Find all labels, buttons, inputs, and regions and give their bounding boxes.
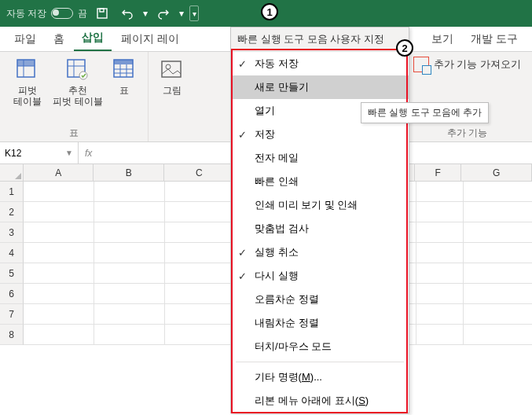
toggle-off-icon bbox=[51, 8, 73, 19]
row-header[interactable]: 5 bbox=[0, 263, 24, 284]
ribbon-group-tables-label: 표 bbox=[69, 127, 79, 140]
tab-insert[interactable]: 삽입 bbox=[74, 26, 112, 51]
callout-badge-1: 1 bbox=[261, 3, 278, 20]
ribbon-group-tables: 피벗 테이블 추천 피벗 테이블 표 표 bbox=[0, 52, 149, 141]
redo-dropdown[interactable]: ▾ bbox=[178, 8, 185, 19]
qat-menu-item-label: 내림차순 정렬 bbox=[255, 316, 319, 330]
undo-button[interactable] bbox=[117, 3, 138, 24]
qat-menu-item[interactable]: 전자 메일 bbox=[231, 146, 409, 170]
row-header[interactable]: 6 bbox=[0, 284, 24, 304]
col-header[interactable]: C bbox=[164, 164, 235, 181]
qat-menu-item-label: 자동 저장 bbox=[255, 57, 299, 71]
qat-menu-item-label: 새로 만들기 bbox=[255, 80, 309, 94]
picture-icon bbox=[159, 57, 185, 83]
tooltip: 빠른 실행 도구 모음에 추가 bbox=[361, 102, 489, 123]
row-header[interactable]: 2 bbox=[0, 202, 24, 222]
callout-badge-2: 2 bbox=[396, 39, 413, 57]
qat-menu-item-label: 인쇄 미리 보기 및 인쇄 bbox=[255, 198, 358, 212]
tab-view[interactable]: 보기 bbox=[424, 28, 461, 51]
qat-customize-menu: 빠른 실행 도구 모음 사용자 지정 ✓자동 저장새로 만들기열기✓저장전자 메… bbox=[230, 27, 409, 413]
qat-menu-item[interactable]: 터치/마우스 모드 bbox=[231, 335, 409, 358]
col-header[interactable]: A bbox=[24, 164, 94, 181]
qat-menu-item[interactable]: ✓저장 bbox=[231, 123, 409, 146]
addins-icon bbox=[413, 57, 429, 72]
col-header[interactable]: G bbox=[461, 164, 532, 181]
undo-dropdown[interactable]: ▾ bbox=[142, 8, 149, 19]
table-label: 표 bbox=[119, 85, 129, 96]
ribbon-group-addins: 추가 기능 가져오기 추가 기능 bbox=[402, 52, 532, 141]
redo-button[interactable] bbox=[153, 3, 174, 24]
col-header[interactable]: B bbox=[94, 164, 164, 181]
qat-menu-item-label: 실행 취소 bbox=[255, 245, 299, 259]
ribbon-group-illustrations: 그림 bbox=[149, 52, 196, 141]
qat-menu-item-label: 기타 명령(M)... bbox=[255, 370, 322, 384]
autosave-state: 끔 bbox=[78, 7, 87, 20]
qat-menu-item-label: 저장 bbox=[255, 127, 275, 141]
qat-menu-item[interactable]: ✓실행 취소 bbox=[231, 241, 409, 264]
tab-home[interactable]: 홈 bbox=[46, 28, 72, 51]
qat-menu-item-label: 오름차순 정렬 bbox=[255, 292, 319, 307]
recommended-pivot-label: 추천 피벗 테이블 bbox=[53, 85, 102, 108]
qat-menu-item[interactable]: 인쇄 미리 보기 및 인쇄 bbox=[231, 193, 409, 217]
qat-menu-item[interactable]: 빠른 인쇄 bbox=[231, 170, 409, 193]
check-icon: ✓ bbox=[238, 270, 247, 282]
qat-menu-item[interactable]: ✓다시 실행 bbox=[231, 264, 409, 288]
save-button[interactable] bbox=[92, 3, 112, 24]
get-addins-label: 추가 기능 가져오기 bbox=[434, 57, 521, 72]
select-all-corner[interactable] bbox=[0, 164, 24, 181]
ribbon-group-addins-label: 추가 기능 bbox=[447, 127, 487, 140]
row-header[interactable]: 8 bbox=[0, 325, 24, 345]
pivot-table-button[interactable]: 피벗 테이블 bbox=[8, 57, 47, 108]
fx-label[interactable]: fx bbox=[85, 148, 92, 159]
qat-menu-item[interactable]: 내림차순 정렬 bbox=[231, 311, 409, 335]
pivot-table-label: 피벗 테이블 bbox=[13, 85, 42, 108]
qat-menu-show-below-ribbon[interactable]: 리본 메뉴 아래에 표시(S) bbox=[231, 389, 409, 413]
svg-point-9 bbox=[79, 72, 87, 79]
autosave-toggle[interactable]: 자동 저장 끔 bbox=[6, 7, 87, 20]
menu-separator bbox=[236, 362, 404, 362]
tab-file[interactable]: 파일 bbox=[6, 28, 44, 51]
name-box-value: K12 bbox=[5, 148, 21, 159]
chevron-down-icon: ▼ bbox=[65, 149, 73, 157]
customize-qat-button[interactable]: ▾ bbox=[189, 6, 199, 21]
get-addins-button[interactable]: 추가 기능 가져오기 bbox=[413, 57, 521, 72]
qat-menu-item-label: 열기 bbox=[255, 104, 275, 118]
svg-rect-0 bbox=[97, 9, 107, 18]
svg-point-17 bbox=[166, 64, 171, 69]
svg-rect-16 bbox=[162, 61, 181, 77]
qat-menu-item[interactable]: 새로 만들기 bbox=[231, 75, 409, 99]
autosave-label: 자동 저장 bbox=[6, 7, 46, 20]
tab-pagelayout[interactable]: 페이지 레이 bbox=[113, 28, 187, 51]
check-icon: ✓ bbox=[238, 58, 247, 70]
qat-menu-item-label: 맞춤법 검사 bbox=[255, 222, 309, 236]
row-header[interactable]: 7 bbox=[0, 304, 24, 325]
tab-developer[interactable]: 개발 도구 bbox=[463, 28, 526, 51]
row-header[interactable]: 4 bbox=[0, 243, 24, 263]
col-header[interactable]: F bbox=[415, 164, 462, 181]
qat-menu-item-label: 터치/마우스 모드 bbox=[255, 340, 332, 354]
svg-rect-11 bbox=[114, 60, 133, 64]
qat-menu-more-commands[interactable]: 기타 명령(M)... bbox=[231, 365, 409, 389]
name-box[interactable]: K12 ▼ bbox=[0, 142, 79, 163]
pivot-table-icon bbox=[14, 57, 41, 83]
qat-menu-item-label: 리본 메뉴 아래에 표시(S) bbox=[255, 394, 369, 408]
qat-menu-item[interactable]: 오름차순 정렬 bbox=[231, 288, 409, 311]
row-header[interactable]: 3 bbox=[0, 222, 24, 243]
qat-menu-item-label: 빠른 인쇄 bbox=[255, 174, 299, 189]
row-header[interactable]: 1 bbox=[0, 182, 24, 202]
qat-menu-item[interactable]: 맞춤법 검사 bbox=[231, 217, 409, 241]
check-icon: ✓ bbox=[238, 129, 247, 141]
recommended-pivot-button[interactable]: 추천 피벗 테이블 bbox=[52, 57, 104, 108]
picture-label: 그림 bbox=[163, 85, 182, 96]
recommended-pivot-icon bbox=[64, 57, 91, 83]
svg-rect-1 bbox=[100, 9, 104, 12]
qat-menu-item-label: 전자 메일 bbox=[255, 151, 299, 165]
qat-menu-header: 빠른 실행 도구 모음 사용자 지정 bbox=[231, 28, 409, 52]
qat-menu-item-label: 다시 실행 bbox=[255, 269, 299, 283]
table-icon bbox=[111, 57, 138, 83]
table-button[interactable]: 표 bbox=[108, 57, 140, 108]
picture-button[interactable]: 그림 bbox=[156, 57, 188, 96]
check-icon: ✓ bbox=[238, 247, 247, 259]
qat-menu-item[interactable]: ✓자동 저장 bbox=[231, 52, 409, 75]
svg-rect-5 bbox=[17, 60, 35, 66]
